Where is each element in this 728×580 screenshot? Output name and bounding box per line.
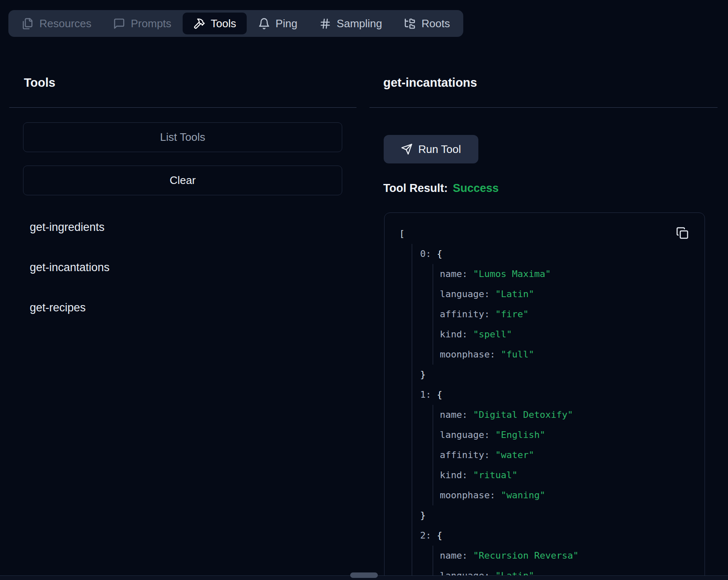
json-key: moonphase: [440,349,495,360]
json-value: "ritual" [467,470,517,480]
hash-icon [319,18,331,30]
tab-roots[interactable]: Roots [393,13,460,34]
selected-tool-title: get-incantations [383,76,477,90]
message-square-icon [113,18,125,30]
json-value: "Lumos Maxima" [467,269,551,279]
folder-tree-icon [404,18,416,30]
json-object-close: } [420,365,705,385]
json-value: "full" [495,349,534,360]
json-value: "Latin" [490,289,534,299]
json-value: "English" [490,430,545,440]
json-brace: { [431,389,443,400]
json-property: moonphase: "full" [440,344,705,365]
json-key: name: [440,550,467,561]
tool-result-status: Success [453,182,499,194]
hammer-icon [193,18,205,30]
tool-list-item-get-incantations[interactable]: get-incantations [30,258,110,277]
copy-icon[interactable] [675,226,689,241]
json-brace: { [431,249,443,259]
json-tree: [0: {name: "Lumos Maxima"language: "Lati… [385,213,705,580]
json-value: "spell" [467,329,512,339]
tab-resources[interactable]: Resources [11,13,102,34]
tab-tools[interactable]: Tools [183,13,247,34]
right-panel-divider [369,107,718,108]
json-object-children: name: "Lumos Maxima"language: "Latin"aff… [433,264,705,365]
json-object-close: } [420,505,705,526]
json-key: kind: [440,329,467,339]
files-icon [22,18,34,30]
tab-label: Tools [211,17,236,30]
tool-list-item-get-recipes[interactable]: get-recipes [30,298,86,317]
json-brk: [ [399,228,405,239]
json-brace: { [431,530,443,541]
json-key: affinity: [440,450,490,460]
json-value: "waning" [495,490,545,500]
list-tools-button[interactable]: List Tools [23,122,342,152]
json-key: name: [440,269,467,279]
tab-prompts[interactable]: Prompts [103,13,182,34]
json-property: language: "English" [440,425,705,445]
tool-result-label: Tool Result: [383,182,448,194]
tab-bar: Resources Prompts Tools Ping Sampling Ro… [8,10,463,37]
tab-label: Sampling [337,17,382,30]
bell-icon [258,18,270,30]
json-value: "Recursion Reversa" [467,550,578,561]
json-key: language: [440,430,490,440]
send-icon [401,143,413,155]
json-brace: } [420,510,426,520]
json-property: language: "Latin" [440,284,705,304]
tab-label: Roots [421,17,450,30]
json-key: name: [440,409,467,420]
json-property: name: "Digital Detoxify" [440,405,705,425]
json-property: affinity: "water" [440,445,705,465]
json-object-open: 2: { [420,526,705,546]
json-idx: 1: [420,389,431,400]
json-object-open: 0: { [420,244,705,264]
json-property: kind: "ritual" [440,465,705,485]
resize-grip[interactable] [350,572,378,578]
tab-label: Prompts [131,17,171,30]
tab-ping[interactable]: Ping [248,13,308,34]
json-property: affinity: "fire" [440,304,705,324]
json-array-children: 0: {name: "Lumos Maxima"language: "Latin… [412,244,705,580]
run-tool-button[interactable]: Run Tool [384,135,478,163]
tab-label: Resources [39,17,91,30]
json-open-bracket: [ [399,224,705,244]
json-key: kind: [440,470,467,480]
tab-sampling[interactable]: Sampling [309,13,392,34]
json-key: moonphase: [440,490,495,500]
left-panel-title: Tools [24,76,55,90]
json-object-open: 1: { [420,385,705,405]
json-key: language: [440,289,490,299]
json-value: "fire" [490,309,529,319]
tool-result-panel: [0: {name: "Lumos Maxima"language: "Lati… [384,212,705,580]
run-tool-label: Run Tool [418,143,461,156]
json-property: name: "Recursion Reversa" [440,546,705,566]
json-idx: 2: [420,530,431,541]
tool-result-line: Tool Result:Success [383,182,499,195]
left-panel-divider [9,107,356,108]
tool-list-item-get-ingredients[interactable]: get-ingredients [30,218,105,236]
json-key: affinity: [440,309,490,319]
json-value: "water" [490,450,534,460]
json-idx: 0: [420,249,431,259]
json-brace: } [420,369,426,380]
json-property: moonphase: "waning" [440,485,705,505]
tab-label: Ping [276,17,297,30]
json-property: name: "Lumos Maxima" [440,264,705,284]
clear-button[interactable]: Clear [23,166,342,195]
json-object-children: name: "Digital Detoxify"language: "Engli… [433,405,705,505]
json-property: kind: "spell" [440,324,705,344]
json-value: "Digital Detoxify" [467,409,573,420]
json-object-children: name: "Recursion Reversa"language: "Lati… [433,546,705,580]
